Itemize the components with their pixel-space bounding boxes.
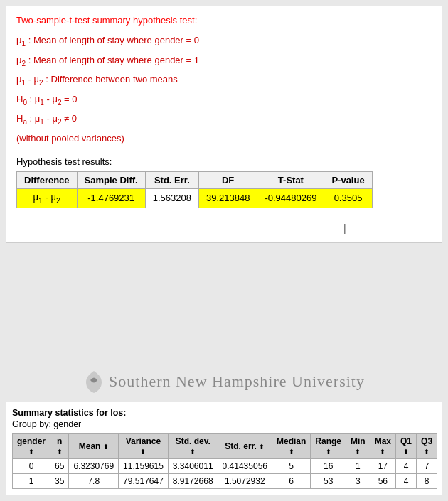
summary-table-row: 1357.879.5176478.91726681.50729326533564…: [13, 473, 437, 488]
col-header-q1: Q1 ⬆: [396, 433, 417, 458]
hypothesis-line-2: μ2 : Mean of length of stay where gender…: [16, 53, 432, 70]
middle-spacer: [0, 249, 448, 362]
cell-std-err: 1.563208: [145, 189, 198, 208]
hypothesis-line-3: μ1 - μ2 : Difference between two means: [16, 72, 432, 89]
col-header-max: Max ⬆: [370, 433, 395, 458]
summary-cell-row0-col8: 1: [346, 458, 370, 473]
results-table: Difference Sample Diff. Std. Err. DF T-S…: [16, 171, 373, 208]
summary-cell-row0-col11: 7: [417, 458, 437, 473]
summary-cell-row0-col2: 6.3230769: [69, 458, 119, 473]
col-header-mean: Mean ⬆: [69, 433, 119, 458]
col-header-difference: Difference: [17, 172, 78, 189]
summary-cell-row0-col10: 4: [396, 458, 417, 473]
col-header-variance: Variance ⬆: [119, 433, 169, 458]
cell-t-stat: -0.94480269: [257, 189, 324, 208]
col-header-min: Min ⬆: [346, 433, 370, 458]
col-header-p-value: P-value: [324, 172, 372, 189]
snhu-logo-icon: [83, 370, 105, 394]
hypothesis-note: (without pooled variances): [16, 131, 432, 146]
summary-cell-row1-col5: 1.5072932: [218, 473, 272, 488]
summary-statistics-section: Summary statistics for los: Group by: ge…: [6, 402, 442, 495]
cell-p-value: 0.3505: [324, 189, 372, 208]
col-header-range: Range ⬆: [311, 433, 346, 458]
summary-table-row: 0656.323076911.1596153.34060110.41435056…: [13, 458, 437, 473]
table-row: μ1 - μ2 -1.4769231 1.563208 39.213848 -0…: [17, 189, 373, 208]
summary-cell-row1-col4: 8.9172668: [168, 473, 218, 488]
summary-cell-row1-col6: 6: [272, 473, 310, 488]
summary-cell-row0-col3: 11.159615: [119, 458, 169, 473]
summary-cell-row1-col10: 4: [396, 473, 417, 488]
cell-sample-diff: -1.4769231: [77, 189, 145, 208]
snhu-logo: Southern New Hampshire University: [0, 370, 448, 394]
hypothesis-ha: Ha : μ1 - μ2 ≠ 0: [16, 111, 432, 128]
summary-cell-row1-col8: 3: [346, 473, 370, 488]
summary-cell-row0-col7: 16: [311, 458, 346, 473]
section-title: Two-sample-t-test summary hypothesis tes…: [16, 15, 432, 26]
summary-cell-row1-col9: 56: [370, 473, 395, 488]
summary-cell-row0-col9: 17: [370, 458, 395, 473]
col-header-gender: gender ⬆: [13, 433, 50, 458]
summary-cell-row1-col1: 35: [50, 473, 69, 488]
group-by-label: Group by: gender: [12, 419, 436, 429]
col-header-std-dev: Std. dev. ⬆: [168, 433, 218, 458]
summary-cell-row0-col1: 65: [50, 458, 69, 473]
summary-cell-row1-col11: 8: [417, 473, 437, 488]
snhu-section: Southern New Hampshire University: [0, 362, 448, 394]
summary-cell-row1-col7: 53: [311, 473, 346, 488]
summary-cell-row0-col6: 5: [272, 458, 310, 473]
summary-cell-row1-col2: 7.8: [69, 473, 119, 488]
col-header-df: DF: [198, 172, 257, 189]
summary-cell-row0-col5: 0.41435056: [218, 458, 272, 473]
col-header-q3: Q3 ⬆: [417, 433, 437, 458]
col-header-n: n ⬆: [50, 433, 69, 458]
summary-cell-row0-col0: 0: [13, 458, 50, 473]
col-header-median: Median ⬆: [272, 433, 310, 458]
cell-df: 39.213848: [198, 189, 257, 208]
col-header-std-err: Std. err. ⬆: [218, 433, 272, 458]
results-label: Hypothesis test results:: [16, 156, 432, 167]
cell-difference: μ1 - μ2: [17, 189, 78, 208]
summary-table: gender ⬆ n ⬆ Mean ⬆ Variance ⬆ Std. dev.…: [12, 433, 437, 489]
summary-title: Summary statistics for los:: [12, 408, 436, 418]
hypothesis-line-1: μ1 : Mean of length of stay where gender…: [16, 33, 432, 50]
snhu-logo-text: Southern New Hampshire University: [109, 372, 365, 391]
col-header-t-stat: T-Stat: [257, 172, 324, 189]
col-header-sample-diff: Sample Diff.: [77, 172, 145, 189]
summary-cell-row0-col4: 3.3406011: [168, 458, 218, 473]
hypothesis-test-section: Two-sample-t-test summary hypothesis tes…: [6, 6, 442, 243]
summary-cell-row1-col3: 79.517647: [119, 473, 169, 488]
col-header-std-err: Std. Err.: [145, 172, 198, 189]
cursor: |: [343, 222, 432, 234]
hypothesis-h0: H0 : μ1 - μ2 = 0: [16, 92, 432, 109]
summary-cell-row1-col0: 1: [13, 473, 50, 488]
